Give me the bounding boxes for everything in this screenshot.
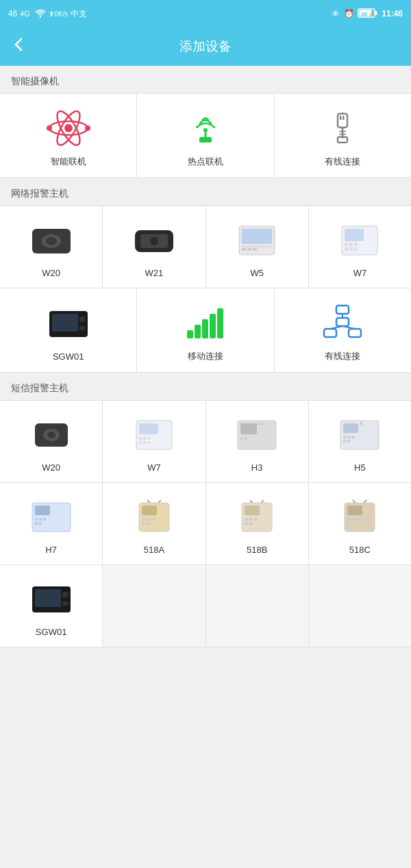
svg-rect-65 (143, 437, 146, 440)
h7-sms-label: H7 (45, 545, 57, 555)
data-speed: ⬆0K/s (49, 10, 68, 18)
sgw01-sms-icon (29, 578, 73, 621)
svg-rect-46 (79, 326, 85, 330)
518b-sms-cell[interactable]: 518B (206, 483, 309, 565)
svg-rect-49 (202, 319, 208, 338)
svg-rect-98 (142, 522, 145, 525)
svg-rect-69 (147, 441, 150, 444)
h7-sms-cell[interactable]: H7 (0, 483, 103, 565)
svg-line-100 (250, 500, 253, 503)
svg-rect-16 (340, 116, 342, 120)
svg-line-101 (261, 500, 264, 503)
w21-net-cell[interactable]: W21 (103, 206, 206, 288)
svg-rect-19 (338, 137, 347, 142)
w20-sms-cell[interactable]: W20 (0, 401, 103, 482)
svg-rect-104 (245, 518, 248, 521)
svg-rect-90 (39, 522, 42, 525)
w20-sms-icon (29, 413, 73, 457)
w7-sms-cell[interactable]: W7 (103, 401, 206, 482)
svg-text:⚡: ⚡ (368, 11, 374, 17)
svg-rect-45 (79, 317, 85, 322)
mobile-connect-cell[interactable]: 移动连接 (137, 288, 274, 372)
svg-rect-113 (347, 518, 351, 521)
svg-rect-119 (35, 589, 61, 607)
sms-row-3: SGW01 (0, 565, 411, 647)
h3-sms-cell[interactable]: H3 (206, 401, 309, 482)
section-label-camera: 智能摄像机 (0, 66, 411, 93)
h5-sms-icon (338, 413, 382, 457)
svg-rect-77 (343, 423, 358, 433)
sms-grid: W20 W7 (0, 400, 411, 647)
network-grid: W20 W21 (0, 206, 411, 373)
svg-rect-106 (254, 518, 258, 521)
svg-rect-44 (52, 314, 78, 332)
svg-rect-52 (336, 306, 349, 314)
atom-icon (47, 106, 90, 150)
hotspot-connect-label: 热点联机 (188, 156, 223, 168)
svg-rect-47 (187, 330, 193, 338)
svg-rect-33 (247, 248, 251, 251)
network-row-2: SGW01 移动连接 (0, 288, 411, 372)
svg-rect-87 (39, 518, 42, 521)
svg-rect-78 (343, 436, 346, 438)
svg-rect-115 (357, 518, 360, 521)
hotspot-connect-cell[interactable]: 热点联机 (137, 94, 274, 177)
svg-rect-117 (352, 522, 356, 525)
svg-rect-63 (139, 423, 158, 434)
svg-point-61 (47, 432, 55, 438)
sgw01-sms-cell[interactable]: SGW01 (0, 565, 103, 647)
svg-line-57 (330, 326, 342, 329)
svg-point-10 (85, 125, 90, 131)
svg-text:38: 38 (361, 11, 367, 17)
h5-sms-cell[interactable]: H5 (309, 401, 411, 482)
svg-point-28 (150, 237, 158, 245)
back-button[interactable] (11, 36, 27, 57)
svg-rect-54 (349, 329, 361, 337)
sgw01-net-label: SGW01 (53, 351, 84, 362)
svg-rect-114 (352, 518, 356, 521)
h5-sms-label: H5 (354, 462, 366, 473)
time: 11:46 (382, 9, 403, 18)
svg-rect-116 (347, 522, 351, 525)
sgw01-net-cell[interactable]: SGW01 (0, 288, 137, 372)
w20-net-cell[interactable]: W20 (0, 206, 103, 288)
svg-rect-107 (245, 522, 248, 525)
svg-rect-42 (354, 247, 358, 251)
svg-rect-72 (240, 437, 243, 440)
518a-sms-cell[interactable]: 518A (103, 483, 206, 565)
svg-rect-73 (245, 437, 247, 440)
svg-rect-105 (249, 518, 253, 521)
svg-line-110 (364, 500, 366, 503)
svg-line-109 (353, 500, 356, 503)
svg-rect-55 (336, 318, 349, 326)
w21-net-icon (132, 219, 176, 262)
svg-rect-96 (147, 518, 150, 521)
page-title: 添加设备 (179, 38, 232, 55)
svg-rect-97 (151, 518, 155, 521)
svg-rect-108 (249, 522, 253, 525)
svg-rect-2 (375, 11, 377, 15)
wired-connect-net-cell[interactable]: 有线连接 (275, 288, 411, 372)
w7-net-label: W7 (353, 268, 367, 278)
signal-bars-icon (184, 301, 227, 345)
svg-rect-53 (324, 329, 336, 337)
w5-net-cell[interactable]: W5 (206, 206, 309, 288)
svg-rect-95 (142, 518, 145, 521)
camera-grid: 智能联机 热点联机 (0, 93, 411, 178)
svg-rect-36 (345, 229, 364, 241)
battery: 38 ⚡ (358, 8, 377, 20)
svg-point-14 (203, 128, 208, 132)
svg-rect-34 (253, 248, 257, 251)
svg-rect-39 (354, 243, 358, 246)
svg-rect-50 (210, 314, 216, 338)
mobile-connect-label: 移动连接 (188, 350, 223, 362)
section-label-sms: 短信报警主机 (0, 373, 411, 400)
w20-net-icon (29, 219, 73, 262)
518c-sms-label: 518C (349, 545, 371, 555)
w7-net-cell[interactable]: W7 (309, 206, 411, 288)
svg-line-91 (147, 500, 150, 503)
wired-connect-cam-cell[interactable]: 有线连接 (275, 94, 411, 177)
svg-line-92 (158, 500, 161, 503)
smart-connect-cell[interactable]: 智能联机 (0, 94, 137, 177)
518c-sms-cell[interactable]: 518C (309, 483, 411, 565)
